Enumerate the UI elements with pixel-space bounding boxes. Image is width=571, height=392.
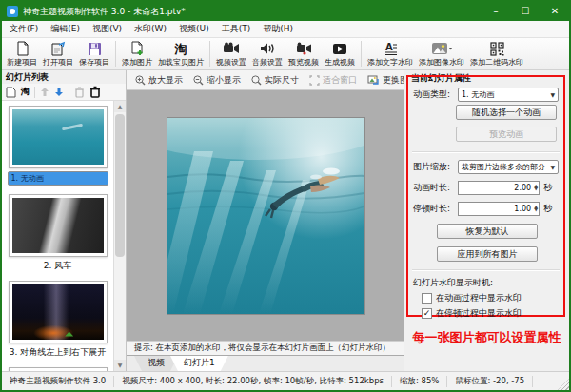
delete-all-icon[interactable] [89, 86, 101, 98]
status-app-name: 神奇主题视频制作软件 3.0 [2, 376, 114, 387]
random-animation-button[interactable]: 随机选择一个动画 [456, 105, 557, 120]
menu-file[interactable]: 文件(F) [10, 23, 38, 35]
menu-view[interactable]: 视图(V) [92, 23, 122, 35]
toolbar-separator [361, 41, 362, 67]
tab-slide-1[interactable]: 幻灯片1 [170, 356, 228, 371]
move-down-icon[interactable] [54, 87, 64, 97]
qrcode-icon [490, 41, 504, 56]
add-image-icon [129, 41, 145, 56]
maximize-button[interactable]: ☐ [513, 3, 538, 20]
minimize-button[interactable]: – [483, 3, 508, 20]
watermark-during-animation-label: 在动画过程中显示水印 [436, 292, 522, 304]
zoom-out-button[interactable]: 缩小显示 [188, 74, 246, 87]
slide-thumbnail-3[interactable] [9, 281, 108, 343]
canvas-toolbar: 放大显示 缩小显示 实际尺寸 适合窗口 更换图片 [127, 70, 404, 90]
open-project-button[interactable]: 打开项目 [40, 39, 76, 69]
status-zoom: 缩放: 85% [392, 376, 447, 387]
status-video-info: 视频尺寸: 400 x 400, 时长: 22.00秒, 帧率: 10帧/秒, … [114, 376, 392, 387]
save-project-button[interactable]: 保存项目 [76, 39, 112, 69]
annotation-red-box: 动画类型: 1. 无动画 ▼ 随机选择一个动画 预览动画 图片缩放: 裁剪图片边… [406, 75, 565, 317]
spinner-icon[interactable]: ▲▼ [534, 185, 538, 191]
watermark-during-pause-checkbox[interactable]: ✓ [422, 308, 432, 319]
taobao-icon[interactable]: 淘 [21, 86, 30, 98]
animation-type-select[interactable]: 1. 无动画 ▼ [458, 88, 559, 102]
image-scale-select[interactable]: 裁剪图片边缘多余的部分 ▼ [458, 160, 559, 174]
menu-tools[interactable]: 工具(T) [222, 23, 251, 35]
slide-3-label[interactable]: 3. 对角线左上到右下展开 [6, 346, 109, 359]
actual-size-icon [251, 75, 262, 86]
add-text-watermark-button[interactable]: A 添加文字水印 [364, 39, 416, 69]
status-bar: 神奇主题视频制作软件 3.0 视频尺寸: 400 x 400, 时长: 22.0… [2, 371, 569, 390]
text-watermark-icon: A [383, 41, 398, 56]
preview-video-button[interactable]: 预览视频 [286, 39, 322, 69]
main-toolbar: 新建项目 打开项目 保存项目 添加图片 淘 加载宝贝图片 视频设置 音频设置 [2, 38, 569, 70]
menu-video[interactable]: 视频(U) [179, 23, 209, 35]
add-image-button[interactable]: 添加图片 [119, 39, 155, 69]
delete-slide-icon[interactable] [74, 87, 85, 98]
animation-duration-unit: 秒 [543, 182, 552, 194]
menu-edit[interactable]: 编辑(E) [50, 23, 80, 35]
spinner-icon[interactable]: ▲▼ [534, 206, 538, 212]
status-mouse-position: 鼠标位置: -20, -75 [447, 376, 533, 387]
canvas-area: 放大显示 缩小显示 实际尺寸 适合窗口 更换图片 [127, 70, 404, 371]
zoom-in-icon [135, 75, 146, 86]
image-watermark-icon [431, 41, 452, 56]
preview-canvas[interactable] [127, 90, 404, 341]
apply-to-all-button[interactable]: 应用到所有图片 [437, 246, 538, 262]
slide-1-image [12, 109, 104, 165]
slide-2-label[interactable]: 2. 风车 [40, 260, 75, 272]
annotation-text: 每一张图片都可以设置属性 [404, 329, 569, 346]
pause-duration-input[interactable]: 1.00 ▲▼ [458, 202, 540, 216]
slide-thumbnail-2[interactable] [9, 194, 108, 257]
new-document-icon [15, 41, 30, 56]
taobao-icon: 淘 [175, 41, 187, 56]
generate-video-button[interactable]: 生成视频 [322, 39, 358, 69]
audio-settings-button[interactable]: 音频设置 [249, 39, 286, 69]
move-up-icon[interactable] [40, 87, 49, 97]
actual-size-button[interactable]: 实际尺寸 [246, 74, 304, 87]
video-settings-button[interactable]: 视频设置 [213, 39, 249, 69]
slide-preview-image [167, 118, 364, 314]
add-slide-icon[interactable] [6, 87, 16, 98]
load-taobao-images-button[interactable]: 淘 加载宝贝图片 [155, 39, 207, 69]
scroll-down-icon[interactable]: ▼ [114, 360, 126, 371]
restore-default-button[interactable]: 恢复为默认 [437, 224, 538, 239]
bottom-tab-bar: 视频 幻灯片1 [127, 355, 404, 371]
toolbar-separator [69, 87, 69, 98]
slide-list: 1. 无动画 2. 风车 3. 对角线左上到右下展开 ▲ ▼ [2, 101, 126, 371]
close-button[interactable]: ✕ [542, 3, 567, 20]
resize-grip[interactable] [558, 379, 569, 390]
menu-watermark[interactable]: 水印(W) [134, 23, 167, 35]
animation-duration-input[interactable]: 2.00 ▲▼ [458, 181, 540, 195]
add-qrcode-watermark-button[interactable]: 添加二维码水印 [467, 39, 526, 69]
watermark-during-animation-checkbox[interactable] [422, 293, 432, 304]
window-title: 神奇主题视频制作软件 3.0 - 未命名1.ptv* [23, 6, 479, 18]
zoom-in-button[interactable]: 放大显示 [130, 74, 187, 87]
animation-type-label: 动画类型: [413, 88, 458, 101]
pause-duration-unit: 秒 [543, 203, 552, 215]
svg-text:A: A [385, 42, 393, 52]
save-floppy-icon [88, 41, 102, 56]
zoom-out-icon [193, 75, 204, 86]
image-scale-label: 图片缩放: [413, 161, 458, 173]
tab-video[interactable]: 视频 [134, 356, 178, 371]
fit-window-icon [309, 75, 320, 86]
slide-1-label[interactable]: 1. 无动画 [8, 171, 108, 186]
slide-thumbnail-1[interactable] [9, 106, 108, 168]
pause-duration-label: 停顿时长: [413, 203, 458, 215]
app-logo-icon [7, 6, 18, 17]
menu-help[interactable]: 帮助(H) [263, 23, 293, 35]
slide-list-toolbar: 淘 [2, 84, 126, 101]
slide-list-scrollbar[interactable]: ▲ ▼ [113, 101, 126, 371]
main-area: 幻灯片列表 淘 1. 无动画 2. 风车 3. 对角线左上到右下展开 [2, 70, 569, 371]
new-project-button[interactable]: 新建项目 [4, 39, 40, 69]
scroll-up-icon[interactable]: ▲ [114, 101, 126, 112]
replace-image-icon [367, 75, 380, 86]
slide-list-title: 幻灯片列表 [2, 70, 126, 84]
fit-window-button[interactable]: 适合窗口 [305, 74, 362, 87]
add-image-watermark-button[interactable]: 添加图像水印 [416, 39, 467, 69]
watermark-during-pause-label: 在停顿过程中显示水印 [436, 307, 522, 320]
video-camera-icon [223, 41, 240, 56]
preview-animation-button[interactable]: 预览动画 [456, 127, 557, 142]
scrollbar-thumb[interactable] [115, 114, 125, 257]
